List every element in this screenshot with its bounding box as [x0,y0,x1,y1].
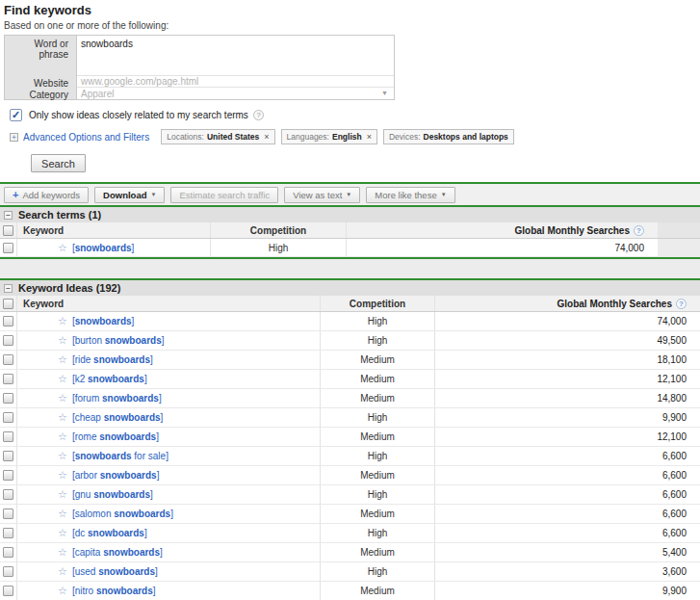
star-icon[interactable]: ☆ [58,509,67,519]
word-or-phrase-value[interactable]: snowboards [77,36,394,52]
star-icon[interactable]: ☆ [58,412,67,423]
star-icon[interactable]: ☆ [58,431,67,442]
table-row: ☆ [dc snowboards] High 6,600 [0,524,700,543]
row-checkbox[interactable] [3,431,13,442]
help-icon[interactable]: ? [634,225,644,236]
row-checkbox[interactable] [3,412,13,423]
keyword-link[interactable]: [used snowboards] [72,566,158,577]
keyword-link[interactable]: [arbor snowboards] [72,470,160,481]
advanced-options-link[interactable]: Advanced Options and Filters [23,132,149,143]
star-icon[interactable]: ☆ [58,374,67,384]
select-all-checkbox[interactable] [3,299,13,309]
row-checkbox[interactable] [3,374,13,384]
keyword-ideas-table: ☆ [snowboards] High 74,000 ☆ [burton sno… [0,312,700,600]
competition-column-header[interactable]: Competition [320,296,435,311]
row-checkbox[interactable] [3,451,13,461]
row-checkbox[interactable] [3,489,13,500]
searches-column-header[interactable]: Global Monthly Searches ? [435,296,700,311]
star-icon[interactable]: ☆ [58,335,67,346]
row-checkbox[interactable] [3,393,13,404]
row-checkbox[interactable] [3,528,13,538]
keyword-link[interactable]: [snowboards] [72,243,134,253]
keyword-link[interactable]: [rome snowboards] [72,431,159,442]
more-like-these-button[interactable]: More like these ▼ [366,187,454,203]
searches-value: 12,100 [435,428,700,446]
row-checkbox[interactable] [3,243,13,253]
keyword-link[interactable]: [cheap snowboards] [72,412,164,423]
row-checkbox[interactable] [3,547,13,558]
view-as-text-button[interactable]: View as text ▼ [284,187,360,203]
row-checkbox[interactable] [3,586,13,596]
download-button[interactable]: Download ▼ [94,187,165,203]
row-checkbox[interactable] [3,509,13,519]
keyword-link[interactable]: [salomon snowboards] [72,509,173,519]
table-row: ☆ [used snowboards] High 3,600 [0,562,700,582]
keyword-link[interactable]: [capita snowboards] [72,547,163,558]
star-icon[interactable]: ☆ [58,528,67,538]
find-keywords-panel: Find keywords Based on one or more of th… [0,0,700,182]
competition-column-header[interactable]: Competition [210,222,347,238]
keyword-link[interactable]: [snowboards] [72,316,134,326]
star-icon[interactable]: ☆ [58,393,67,404]
table-row: ☆ [snowboards] High 74,000 [0,239,700,257]
star-icon[interactable]: ☆ [58,451,67,461]
search-terms-section: − Search terms (1) Keyword Competition G… [0,205,700,259]
row-checkbox[interactable] [3,470,13,481]
related-label: Only show ideas closely related to my se… [29,110,248,120]
category-select[interactable]: Apparel ▼ [77,87,394,99]
keyword-form: Word or phrase snowboards Website www.go… [4,35,395,100]
close-icon[interactable]: × [262,132,269,142]
star-icon[interactable]: ☆ [58,316,67,326]
keyword-link[interactable]: [ride snowboards] [72,354,153,365]
add-keywords-button[interactable]: + Add keywords [4,187,89,203]
searches-value: 6,600 [435,447,700,465]
select-all-checkbox[interactable] [3,225,13,236]
estimate-search-traffic-button[interactable]: Estimate search traffic [170,187,278,203]
keyword-link[interactable]: [forum snowboards] [72,393,162,404]
search-terms-table: ☆ [snowboards] High 74,000 [0,239,700,257]
competition-value: Medium [320,466,435,484]
category-value[interactable]: Apparel [77,88,394,100]
help-icon[interactable]: ? [676,299,687,309]
searches-value: 9,900 [435,408,700,427]
search-button[interactable]: Search [31,154,86,172]
close-icon[interactable]: × [365,132,372,142]
keyword-link[interactable]: [k2 snowboards] [72,374,147,384]
row-checkbox[interactable] [3,566,13,577]
website-input[interactable]: www.google.com/page.html [77,75,394,87]
keyword-ideas-title: Keyword Ideas (192) [18,282,120,294]
table-row: ☆ [k2 snowboards] Medium 12,100 [0,370,700,389]
star-icon[interactable]: ☆ [58,489,67,500]
star-icon[interactable]: ☆ [58,470,67,481]
star-icon[interactable]: ☆ [58,547,67,558]
keyword-column-header[interactable]: Keyword [17,222,210,238]
keyword-link[interactable]: [dc snowboards] [72,528,147,538]
word-or-phrase-input[interactable]: snowboards [77,36,394,75]
search-terms-header-row: Keyword Competition Global Monthly Searc… [0,222,700,239]
row-checkbox[interactable] [3,316,13,326]
star-icon[interactable]: ☆ [58,243,67,253]
competition-value: Medium [320,428,435,446]
searches-column-header[interactable]: Global Monthly Searches ? [347,222,658,238]
row-checkbox[interactable] [3,354,13,365]
row-checkbox[interactable] [3,335,13,346]
filter-chip-languages: Languages: English × [281,129,377,144]
keyword-column-header[interactable]: Keyword [17,296,320,311]
related-checkbox[interactable]: ✓ [10,109,22,121]
help-icon[interactable]: ? [253,110,264,120]
star-icon[interactable]: ☆ [58,586,67,596]
searches-value: 6,600 [435,485,700,504]
keyword-link[interactable]: [gnu snowboards] [72,489,153,500]
star-icon[interactable]: ☆ [58,566,67,577]
expand-icon[interactable]: + [10,133,18,142]
keyword-link[interactable]: [nitro snowboards] [72,586,156,596]
star-icon[interactable]: ☆ [58,354,67,365]
collapse-icon[interactable]: − [4,211,13,220]
competition-value: Medium [320,389,435,407]
searches-value: 6,600 [435,524,700,542]
collapse-icon[interactable]: − [4,284,13,293]
keyword-link[interactable]: [burton snowboards] [72,335,165,346]
page-subtitle: Based on one or more of the following: [4,20,700,31]
chevron-down-icon[interactable]: ▼ [381,90,388,96]
keyword-link[interactable]: [snowboards for sale] [72,451,169,461]
